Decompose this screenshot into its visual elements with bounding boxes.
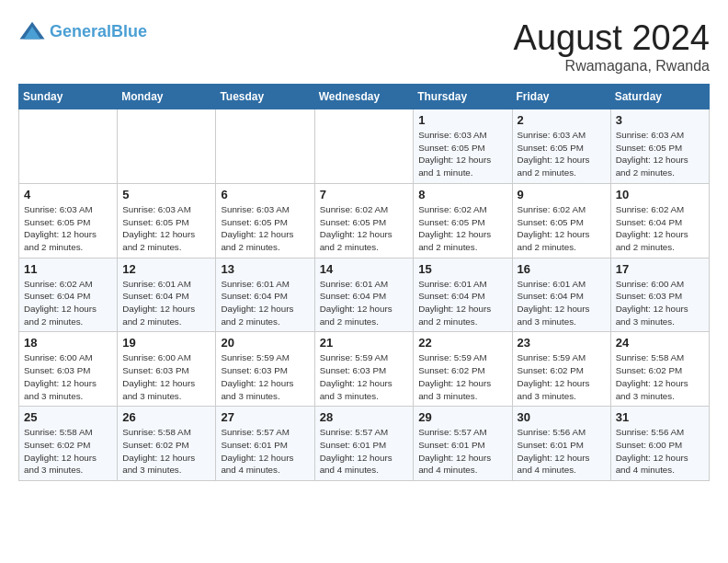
day-number: 8: [418, 188, 506, 201]
calendar-cell: 20Sunrise: 5:59 AM Sunset: 6:03 PM Dayli…: [216, 332, 314, 407]
day-info: Sunrise: 6:01 AM Sunset: 6:04 PM Dayligh…: [418, 278, 506, 328]
day-number: 1: [418, 113, 506, 127]
day-number: 15: [418, 262, 506, 276]
calendar-cell: 1Sunrise: 6:03 AM Sunset: 6:05 PM Daylig…: [414, 109, 512, 184]
day-info: Sunrise: 6:00 AM Sunset: 6:03 PM Dayligh…: [616, 278, 704, 328]
day-info: Sunrise: 5:59 AM Sunset: 6:02 PM Dayligh…: [418, 351, 506, 402]
logo-line2: Blue: [111, 22, 147, 40]
location: Rwamagana, Rwanda: [514, 58, 710, 75]
calendar-cell: 13Sunrise: 6:01 AM Sunset: 6:04 PM Dayli…: [216, 258, 314, 332]
day-info: Sunrise: 6:01 AM Sunset: 6:04 PM Dayligh…: [122, 278, 210, 328]
calendar-cell: 21Sunrise: 5:59 AM Sunset: 6:03 PM Dayli…: [314, 332, 414, 407]
weekday-header-cell: Thursday: [414, 85, 512, 109]
calendar-cell: 5Sunrise: 6:03 AM Sunset: 6:05 PM Daylig…: [118, 183, 216, 258]
logo-icon: [18, 18, 46, 46]
day-info: Sunrise: 6:02 AM Sunset: 6:05 PM Dayligh…: [320, 203, 409, 254]
calendar-cell: [118, 109, 216, 184]
day-number: 7: [320, 188, 409, 201]
calendar-cell: 19Sunrise: 6:00 AM Sunset: 6:03 PM Dayli…: [118, 332, 216, 407]
logo-line1: General: [50, 22, 111, 40]
day-number: 22: [418, 336, 506, 350]
day-info: Sunrise: 6:03 AM Sunset: 6:05 PM Dayligh…: [616, 129, 704, 179]
month-title: August 2024: [514, 18, 710, 58]
day-info: Sunrise: 6:02 AM Sunset: 6:04 PM Dayligh…: [616, 203, 704, 254]
day-info: Sunrise: 5:56 AM Sunset: 6:01 PM Dayligh…: [518, 426, 606, 477]
day-number: 3: [616, 113, 704, 127]
calendar-week-row: 18Sunrise: 6:00 AM Sunset: 6:03 PM Dayli…: [19, 332, 710, 407]
day-number: 20: [221, 336, 309, 350]
day-info: Sunrise: 5:58 AM Sunset: 6:02 PM Dayligh…: [24, 426, 112, 477]
calendar-cell: 31Sunrise: 5:56 AM Sunset: 6:00 PM Dayli…: [610, 407, 709, 481]
day-info: Sunrise: 6:03 AM Sunset: 6:05 PM Dayligh…: [221, 203, 309, 254]
calendar-cell: 27Sunrise: 5:57 AM Sunset: 6:01 PM Dayli…: [216, 407, 314, 481]
calendar-cell: 18Sunrise: 6:00 AM Sunset: 6:03 PM Dayli…: [19, 332, 118, 407]
title-block: August 2024 Rwamagana, Rwanda: [514, 18, 710, 75]
day-number: 30: [518, 410, 606, 424]
calendar-week-row: 11Sunrise: 6:02 AM Sunset: 6:04 PM Dayli…: [19, 258, 710, 332]
day-info: Sunrise: 5:57 AM Sunset: 6:01 PM Dayligh…: [320, 426, 409, 477]
calendar-cell: 7Sunrise: 6:02 AM Sunset: 6:05 PM Daylig…: [314, 183, 414, 258]
day-number: 14: [320, 262, 409, 276]
day-info: Sunrise: 6:02 AM Sunset: 6:05 PM Dayligh…: [518, 203, 606, 254]
calendar-cell: [314, 109, 414, 184]
day-info: Sunrise: 6:02 AM Sunset: 6:05 PM Dayligh…: [418, 203, 506, 254]
day-number: 29: [418, 410, 506, 424]
day-info: Sunrise: 5:59 AM Sunset: 6:03 PM Dayligh…: [320, 351, 409, 402]
day-number: 2: [518, 113, 606, 127]
day-number: 25: [24, 410, 112, 424]
day-info: Sunrise: 5:59 AM Sunset: 6:03 PM Dayligh…: [221, 351, 309, 402]
day-info: Sunrise: 6:03 AM Sunset: 6:05 PM Dayligh…: [518, 129, 606, 179]
calendar-cell: 25Sunrise: 5:58 AM Sunset: 6:02 PM Dayli…: [19, 407, 118, 481]
day-info: Sunrise: 5:58 AM Sunset: 6:02 PM Dayligh…: [122, 426, 210, 477]
day-number: 16: [518, 262, 606, 276]
calendar-cell: 30Sunrise: 5:56 AM Sunset: 6:01 PM Dayli…: [512, 407, 610, 481]
day-info: Sunrise: 5:57 AM Sunset: 6:01 PM Dayligh…: [418, 426, 506, 477]
day-number: 21: [320, 336, 409, 350]
day-info: Sunrise: 6:01 AM Sunset: 6:04 PM Dayligh…: [518, 278, 606, 328]
day-info: Sunrise: 6:03 AM Sunset: 6:05 PM Dayligh…: [24, 203, 112, 254]
day-number: 13: [221, 262, 309, 276]
calendar-cell: 4Sunrise: 6:03 AM Sunset: 6:05 PM Daylig…: [19, 183, 118, 258]
calendar-cell: 26Sunrise: 5:58 AM Sunset: 6:02 PM Dayli…: [118, 407, 216, 481]
day-number: 24: [616, 336, 704, 350]
weekday-header-cell: Monday: [118, 85, 216, 109]
calendar-cell: 6Sunrise: 6:03 AM Sunset: 6:05 PM Daylig…: [216, 183, 314, 258]
day-info: Sunrise: 5:56 AM Sunset: 6:00 PM Dayligh…: [616, 426, 704, 477]
day-number: 31: [616, 410, 704, 424]
calendar-cell: 15Sunrise: 6:01 AM Sunset: 6:04 PM Dayli…: [414, 258, 512, 332]
calendar-cell: [19, 109, 118, 184]
day-number: 23: [518, 336, 606, 350]
weekday-header-cell: Friday: [512, 85, 610, 109]
calendar-week-row: 4Sunrise: 6:03 AM Sunset: 6:05 PM Daylig…: [19, 183, 710, 258]
day-info: Sunrise: 5:58 AM Sunset: 6:02 PM Dayligh…: [616, 351, 704, 402]
day-number: 19: [122, 336, 210, 350]
calendar-cell: 17Sunrise: 6:00 AM Sunset: 6:03 PM Dayli…: [610, 258, 709, 332]
weekday-header-cell: Wednesday: [314, 85, 414, 109]
calendar-cell: 8Sunrise: 6:02 AM Sunset: 6:05 PM Daylig…: [414, 183, 512, 258]
calendar-cell: 10Sunrise: 6:02 AM Sunset: 6:04 PM Dayli…: [610, 183, 709, 258]
weekday-header-cell: Tuesday: [216, 85, 314, 109]
calendar-cell: 9Sunrise: 6:02 AM Sunset: 6:05 PM Daylig…: [512, 183, 610, 258]
day-number: 27: [221, 410, 309, 424]
logo: GeneralBlue: [18, 18, 147, 46]
weekday-header-cell: Saturday: [610, 85, 709, 109]
weekday-header-cell: Sunday: [19, 85, 118, 109]
weekday-header-row: SundayMondayTuesdayWednesdayThursdayFrid…: [19, 85, 710, 109]
logo-text: GeneralBlue: [50, 23, 147, 41]
calendar-cell: 16Sunrise: 6:01 AM Sunset: 6:04 PM Dayli…: [512, 258, 610, 332]
day-info: Sunrise: 5:57 AM Sunset: 6:01 PM Dayligh…: [221, 426, 309, 477]
day-number: 17: [616, 262, 704, 276]
calendar-cell: 22Sunrise: 5:59 AM Sunset: 6:02 PM Dayli…: [414, 332, 512, 407]
calendar-week-row: 1Sunrise: 6:03 AM Sunset: 6:05 PM Daylig…: [19, 109, 710, 184]
calendar-cell: 3Sunrise: 6:03 AM Sunset: 6:05 PM Daylig…: [610, 109, 709, 184]
day-number: 18: [24, 336, 112, 350]
day-info: Sunrise: 6:02 AM Sunset: 6:04 PM Dayligh…: [24, 278, 112, 328]
calendar-cell: 14Sunrise: 6:01 AM Sunset: 6:04 PM Dayli…: [314, 258, 414, 332]
calendar-cell: 2Sunrise: 6:03 AM Sunset: 6:05 PM Daylig…: [512, 109, 610, 184]
calendar-cell: 24Sunrise: 5:58 AM Sunset: 6:02 PM Dayli…: [610, 332, 709, 407]
day-number: 10: [616, 188, 704, 201]
day-number: 9: [518, 188, 606, 201]
calendar-cell: 11Sunrise: 6:02 AM Sunset: 6:04 PM Dayli…: [19, 258, 118, 332]
calendar-cell: 29Sunrise: 5:57 AM Sunset: 6:01 PM Dayli…: [414, 407, 512, 481]
day-info: Sunrise: 6:01 AM Sunset: 6:04 PM Dayligh…: [320, 278, 409, 328]
